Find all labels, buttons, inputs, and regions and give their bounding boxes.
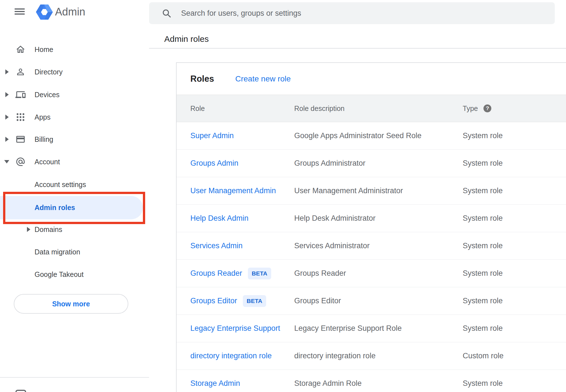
search-input[interactable]: Search for users, groups or settings [149, 2, 555, 24]
hamburger-menu-icon[interactable] [15, 8, 25, 15]
sidebar-label-devices: Devices [35, 91, 60, 99]
role-link[interactable]: Storage Admin [190, 379, 240, 388]
role-type: System role [463, 186, 503, 195]
role-description: Legacy Enterprise Support Role [294, 324, 402, 333]
role-description: Services Administrator [294, 241, 370, 250]
sidebar-label-account-settings: Account settings [35, 181, 86, 189]
sidebar-item-apps[interactable]: Apps [0, 106, 149, 128]
role-link[interactable]: Super Admin [190, 131, 234, 140]
home-icon [15, 44, 26, 54]
sidebar-label-admin-roles: Admin roles [35, 204, 75, 212]
chevron-right-icon[interactable] [5, 92, 9, 97]
table-row: Groups Reader BETA Groups Reader System … [177, 260, 566, 287]
role-type: System role [463, 241, 503, 250]
sidebar-label-domains: Domains [35, 225, 62, 234]
role-link[interactable]: Help Desk Admin [190, 214, 248, 223]
search-placeholder: Search for users, groups or settings [181, 9, 301, 18]
sidebar-item-directory[interactable]: Directory [0, 61, 149, 83]
role-description: Help Desk Administrator [294, 214, 376, 223]
sidebar-item-data-migration[interactable]: Data migration [0, 241, 149, 263]
table-header-row: Role Role description Type ? [177, 95, 566, 122]
admin-logo-icon [36, 4, 53, 20]
app-title: Admin [55, 6, 85, 18]
sidebar-item-domains[interactable]: Domains [0, 218, 149, 241]
role-link[interactable]: directory integration role [190, 352, 272, 360]
sidebar-item-devices[interactable]: Devices [0, 83, 149, 106]
role-type: System role [463, 269, 503, 278]
chevron-down-icon[interactable] [4, 160, 9, 163]
role-description: User Management Administrator [294, 186, 403, 195]
sidebar-label-google-takeout: Google Takeout [35, 270, 84, 279]
sidebar-item-billing[interactable]: Billing [0, 128, 149, 151]
role-type: System role [463, 297, 503, 305]
sidebar-item-google-takeout[interactable]: Google Takeout [0, 263, 149, 286]
at-icon [15, 157, 26, 167]
table-row: Groups Admin Groups Administrator System… [177, 150, 566, 177]
sidebar-item-account-settings[interactable]: Account settings [0, 173, 149, 196]
search-icon [161, 8, 172, 18]
table-row: Groups Editor BETA Groups Editor System … [177, 287, 566, 315]
show-more-button[interactable]: Show more [14, 294, 128, 314]
header-divider [149, 48, 566, 49]
sidebar-label-billing: Billing [35, 135, 53, 143]
table-row: directory integration role directory int… [177, 342, 566, 370]
column-header-type: Type [463, 104, 478, 113]
role-description: Groups Reader [294, 269, 346, 278]
table-row: User Management Admin User Management Ad… [177, 177, 566, 205]
sidebar-label-directory: Directory [35, 68, 63, 76]
sidebar-label-data-migration: Data migration [35, 248, 80, 256]
role-link[interactable]: Services Admin [190, 241, 243, 250]
role-link[interactable]: User Management Admin [190, 186, 276, 195]
chevron-right-icon[interactable] [5, 137, 9, 142]
chevron-right-icon[interactable] [5, 69, 9, 74]
person-icon [15, 67, 26, 77]
role-description: Groups Editor [294, 297, 341, 305]
role-link[interactable]: Groups Editor [190, 297, 237, 305]
devices-icon [15, 90, 26, 100]
role-link[interactable]: Legacy Enterprise Support [190, 324, 280, 333]
role-type: System role [463, 324, 503, 333]
sidebar-label-apps: Apps [35, 113, 51, 121]
beta-badge: BETA [248, 268, 271, 279]
sidebar-item-admin-roles[interactable]: Admin roles [0, 196, 143, 219]
column-header-role: Role [190, 104, 205, 113]
role-description: Google Apps Administrator Seed Role [294, 131, 421, 140]
sidebar-label-home: Home [35, 45, 53, 54]
sidebar-footer-divider [0, 377, 149, 378]
beta-badge: BETA [243, 295, 266, 307]
role-description: directory integration role [294, 352, 376, 360]
role-description: Storage Admin Role [294, 379, 362, 388]
table-row: Services Admin Services Administrator Sy… [177, 232, 566, 260]
sidebar-item-home[interactable]: Home [0, 38, 149, 61]
table-row: Super Admin Google Apps Administrator Se… [177, 122, 566, 150]
role-link[interactable]: Groups Admin [190, 159, 238, 168]
role-type: Custom role [463, 352, 504, 360]
help-icon[interactable]: ? [483, 104, 491, 112]
table-row: Legacy Enterprise Support Legacy Enterpr… [177, 315, 566, 342]
panel-title: Roles [190, 74, 214, 84]
role-type: System role [463, 131, 503, 140]
create-new-role-link[interactable]: Create new role [235, 74, 291, 83]
column-header-role-description: Role description [294, 104, 344, 113]
table-row: Help Desk Admin Help Desk Administrator … [177, 205, 566, 232]
role-type: System role [463, 159, 503, 168]
roles-panel: Roles Create new role Role Role descript… [176, 62, 566, 392]
chevron-right-icon[interactable] [5, 115, 9, 120]
sidebar-item-account[interactable]: Account [0, 151, 149, 173]
chevron-right-icon[interactable] [27, 227, 30, 232]
apps-icon [15, 112, 26, 122]
role-type: System role [463, 379, 503, 388]
panel-header: Roles Create new role [177, 63, 566, 95]
sidebar-label-account: Account [35, 158, 60, 166]
role-type: System role [463, 214, 503, 223]
feedback-icon[interactable] [15, 390, 26, 392]
breadcrumb: Admin roles [164, 34, 209, 44]
role-description: Groups Administrator [294, 159, 366, 168]
table-row: Storage Admin Storage Admin Role System … [177, 370, 566, 392]
billing-icon [15, 134, 26, 144]
role-link[interactable]: Groups Reader [190, 269, 242, 278]
